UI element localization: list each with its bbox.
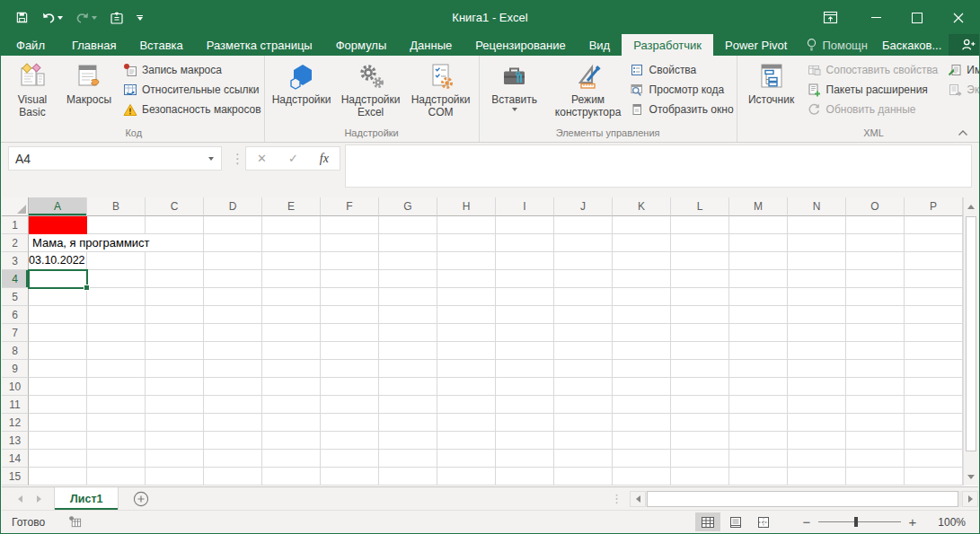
redo-menu-caret[interactable] [92, 16, 97, 20]
row-header-10[interactable]: 10 [2, 378, 29, 396]
row-header-1[interactable]: 1 [2, 216, 29, 234]
zoom-slider[interactable] [818, 521, 901, 522]
column-header-e[interactable]: E [262, 197, 321, 216]
touch-mode-button[interactable] [110, 11, 124, 25]
insert-function-button[interactable]: fx [320, 152, 329, 166]
selected-cell-a4[interactable] [28, 269, 88, 289]
tab-view[interactable]: Вид [578, 34, 622, 56]
select-all-corner[interactable] [2, 197, 29, 216]
column-header-c[interactable]: C [146, 197, 204, 216]
tab-review[interactable]: Рецензирование [464, 34, 577, 56]
row-header-8[interactable]: 8 [2, 342, 29, 360]
cell-a3[interactable]: 03.10.2022 [29, 252, 86, 269]
row-header-3[interactable]: 3 [2, 252, 29, 270]
column-header-d[interactable]: D [204, 197, 262, 216]
redo-button[interactable] [75, 12, 97, 24]
minimize-button[interactable] [855, 1, 896, 34]
view-code-button[interactable]: Просмотр кода [630, 82, 734, 98]
cell-a2[interactable]: Мама, я программист [29, 234, 150, 251]
maximize-button[interactable] [896, 1, 938, 34]
scroll-up-arrow[interactable] [964, 198, 978, 215]
name-box-caret[interactable] [201, 157, 221, 161]
column-header-m[interactable]: M [729, 197, 788, 216]
macro-security-button[interactable]: Безопасность макросов [122, 101, 261, 118]
import-button[interactable]: Импорт [947, 62, 980, 78]
row-header-7[interactable]: 7 [2, 324, 29, 342]
column-header-p[interactable]: P [905, 197, 963, 216]
row-header-11[interactable]: 11 [2, 396, 29, 414]
tab-home[interactable]: Главная [60, 34, 128, 56]
column-header-i[interactable]: I [496, 197, 554, 216]
properties-button[interactable]: Свойства [630, 62, 734, 78]
design-mode-button[interactable]: Режим конструктора [547, 57, 630, 127]
column-header-a[interactable]: A [29, 197, 87, 216]
xml-source-button[interactable]: Источник [740, 57, 803, 127]
row-header-6[interactable]: 6 [2, 306, 29, 324]
scroll-down-arrow[interactable] [964, 468, 978, 486]
view-page-layout-button[interactable] [723, 512, 748, 531]
row-header-13[interactable]: 13 [2, 432, 29, 450]
column-header-j[interactable]: J [554, 197, 613, 216]
column-header-l[interactable]: L [671, 197, 729, 216]
com-addins-button[interactable]: Надстройки COM [406, 57, 476, 127]
sheet-tab-list1[interactable]: Лист1 [54, 487, 119, 510]
insert-menu-caret[interactable] [512, 108, 517, 111]
share-button[interactable]: Общий доступ [949, 34, 980, 56]
tab-data[interactable]: Данные [398, 34, 464, 56]
row-header-2[interactable]: 2 [2, 234, 29, 252]
undo-menu-caret[interactable] [57, 16, 63, 20]
formula-bar-splitter[interactable]: ⋮ [231, 148, 244, 169]
insert-control-button[interactable]: Вставить [482, 57, 547, 127]
visual-basic-button[interactable]: Visual Basic [6, 57, 58, 127]
ribbon-display-options-button[interactable] [805, 1, 855, 34]
refresh-data-button[interactable]: Обновить данные [807, 101, 939, 118]
column-header-g[interactable]: G [379, 197, 437, 216]
tab-developer[interactable]: Разработчик [622, 34, 713, 56]
undo-button[interactable] [41, 12, 63, 24]
column-header-k[interactable]: K [613, 197, 671, 216]
record-macro-button[interactable]: Запись макроса [122, 62, 261, 78]
confirm-entry-icon[interactable]: ✓ [288, 152, 298, 165]
cells-area[interactable]: Мама, я программист 03.10.2022 [29, 216, 963, 486]
tab-file[interactable]: Файл [1, 34, 60, 56]
row-header-14[interactable]: 14 [2, 450, 29, 468]
zoom-slider-thumb[interactable] [854, 517, 858, 527]
horizontal-scrollbar[interactable] [646, 491, 962, 507]
formula-input[interactable] [345, 144, 972, 188]
row-header-5[interactable]: 5 [2, 288, 29, 306]
row-header-12[interactable]: 12 [2, 414, 29, 432]
row-header-15[interactable]: 15 [2, 468, 29, 486]
close-button[interactable] [938, 1, 979, 34]
vertical-scrollbar[interactable] [963, 197, 978, 486]
tab-insert[interactable]: Вставка [128, 34, 194, 56]
column-header-b[interactable]: B [87, 197, 146, 216]
column-header-n[interactable]: N [788, 197, 846, 216]
view-page-break-button[interactable] [751, 512, 776, 531]
row-header-4[interactable]: 4 [2, 270, 29, 288]
column-header-o[interactable]: O [846, 197, 905, 216]
zoom-level[interactable]: 100% [921, 516, 978, 529]
addins-button[interactable]: Надстройки [268, 57, 336, 127]
relative-references-button[interactable]: Относительные ссылки [122, 82, 261, 98]
record-macro-status-icon[interactable] [68, 515, 82, 529]
run-dialog-button[interactable]: Отобразить окно [630, 101, 734, 118]
tab-page-layout[interactable]: Разметка страницы [195, 34, 324, 56]
tell-me-button[interactable]: Помощн [799, 34, 875, 56]
cell-a1-red-fill[interactable] [29, 216, 87, 234]
cancel-entry-icon[interactable]: ✕ [257, 152, 267, 165]
name-box[interactable]: A4 [8, 146, 222, 171]
account-button[interactable]: Баскаков... [875, 34, 949, 56]
excel-addins-button[interactable]: Надстройки Excel [336, 57, 406, 127]
save-button[interactable] [15, 11, 29, 24]
new-sheet-button[interactable] [119, 487, 163, 510]
hscroll-right-arrow[interactable] [962, 491, 978, 507]
view-normal-button[interactable] [695, 512, 720, 531]
map-properties-button[interactable]: Сопоставить свойства [807, 62, 939, 78]
collapse-ribbon-button[interactable] [958, 129, 968, 136]
macros-button[interactable]: Макросы [58, 57, 119, 127]
customize-qat-button[interactable] [137, 15, 143, 21]
previous-sheet-arrow[interactable] [18, 495, 22, 503]
zoom-in-button[interactable]: + [905, 514, 921, 530]
hscroll-left-arrow[interactable] [630, 491, 646, 507]
expansion-packs-button[interactable]: Пакеты расширения [807, 82, 939, 98]
